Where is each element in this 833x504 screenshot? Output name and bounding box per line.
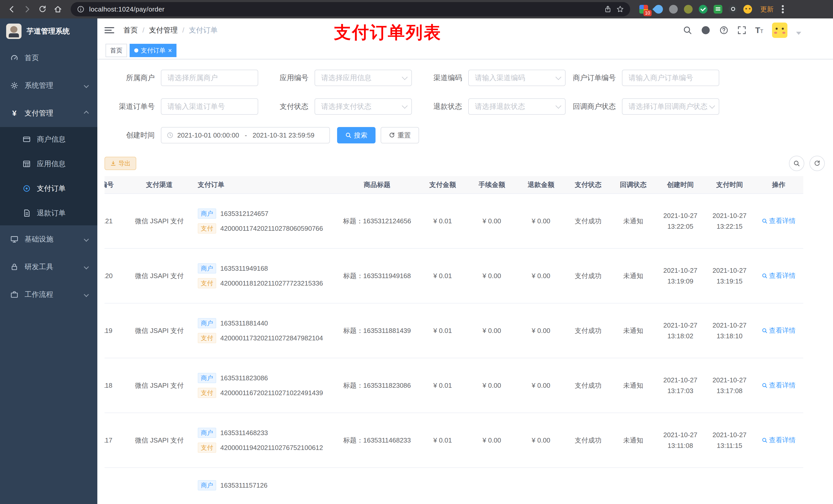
extension-chat-icon[interactable] xyxy=(714,5,722,14)
breadcrumb-home[interactable]: 首页 xyxy=(123,25,138,35)
reload-icon xyxy=(39,5,47,13)
merchant-select[interactable] xyxy=(161,70,258,86)
notify-status-input[interactable] xyxy=(628,102,708,111)
cell-refund: ¥ 0.00 xyxy=(516,194,566,248)
view-detail-link[interactable]: 查看详情 xyxy=(762,271,795,280)
view-detail-link[interactable]: 查看详情 xyxy=(762,436,795,445)
browser-menu-icon[interactable] xyxy=(782,8,784,10)
pay-status-input[interactable] xyxy=(321,102,400,111)
search-icon[interactable] xyxy=(683,26,692,35)
app-id-select[interactable] xyxy=(314,70,412,86)
table-header-row: 编号 支付渠道 支付订单 商品标题 支付金额 手续金额 退款金额 支付状态 回调… xyxy=(104,176,803,194)
cell-pay-time: 2021-10-2713:19:15 xyxy=(705,248,754,303)
help-icon[interactable] xyxy=(719,26,729,35)
extension-olive-icon[interactable] xyxy=(684,5,693,14)
briefcase-icon xyxy=(10,290,19,298)
app-id-select-input[interactable] xyxy=(321,74,400,82)
search-icon xyxy=(762,328,767,333)
browser-forward-button[interactable] xyxy=(21,3,34,16)
extension-gray-icon[interactable] xyxy=(669,5,678,14)
cell-amount: ¥ 0.01 xyxy=(418,358,467,413)
address-bar[interactable]: localhost:1024/pay/order xyxy=(71,2,630,16)
cell-pay-time: 2021-10-2713:17:08 xyxy=(705,358,754,413)
avatar[interactable] xyxy=(772,23,787,38)
cell-title: 标题：1635311468233 xyxy=(336,413,418,467)
view-detail-link[interactable]: 查看详情 xyxy=(762,326,795,335)
reset-button[interactable]: 重置 xyxy=(381,127,419,143)
refund-status-input[interactable] xyxy=(475,102,554,111)
channel-code-input[interactable] xyxy=(475,74,554,82)
date-range-picker[interactable]: 2021-10-01 00:00:00 - 2021-10-31 23:59:5… xyxy=(161,127,330,143)
sidebar-item-system[interactable]: 系统管理 xyxy=(0,72,97,99)
view-detail-link[interactable]: 查看详情 xyxy=(762,216,795,225)
col-channel: 支付渠道 xyxy=(126,176,193,194)
bookmark-star-icon[interactable] xyxy=(616,5,624,13)
cell-title: 标题：1635312124656 xyxy=(336,194,418,248)
browser-update-button[interactable]: 更新 xyxy=(760,5,774,14)
view-detail-label: 查看详情 xyxy=(769,326,795,335)
tab-pay-order[interactable]: 支付订单 xyxy=(129,44,176,57)
cell-refund: ¥ 0.00 xyxy=(516,358,566,413)
date-start-value[interactable]: 2021-10-01 00:00:00 xyxy=(177,131,239,139)
col-id: 编号 xyxy=(104,176,126,194)
cell-pay-order: 商户1635312124657 支付4200001174202110278060… xyxy=(193,194,336,248)
toggle-search-button[interactable] xyxy=(789,156,804,171)
merchant-select-input[interactable] xyxy=(168,74,253,82)
search-icon xyxy=(345,132,352,138)
url-text[interactable]: localhost:1024/pay/order xyxy=(89,5,599,13)
cell-pay-time: 2021-10-2713:11:15 xyxy=(705,413,754,467)
cell-refund: ¥ 0.00 xyxy=(516,248,566,303)
fullscreen-icon[interactable] xyxy=(737,26,746,35)
extension-grid-icon[interactable]: 10 xyxy=(639,5,648,14)
avatar-caret-icon[interactable] xyxy=(796,32,801,35)
export-button[interactable]: 导出 xyxy=(104,157,136,170)
breadcrumb-payment[interactable]: 支付管理 xyxy=(149,25,178,35)
channel-order-no-field[interactable] xyxy=(161,98,258,115)
sidebar-item-app-info[interactable]: 应用信息 xyxy=(0,152,97,176)
site-info-icon[interactable] xyxy=(77,5,85,13)
chevron-up-icon xyxy=(84,111,89,116)
extension-drop-icon[interactable] xyxy=(652,3,665,15)
sidebar-item-merchant-info[interactable]: 商户信息 xyxy=(0,127,97,152)
title-value: 1635311881439 xyxy=(363,327,411,334)
close-icon[interactable] xyxy=(168,47,172,54)
search-button[interactable]: 搜索 xyxy=(337,127,376,143)
sidebar-item-infrastructure[interactable]: 基础设施 xyxy=(0,225,97,253)
sidebar-item-home[interactable]: 首页 xyxy=(0,44,97,72)
tab-home[interactable]: 首页 xyxy=(105,44,127,57)
channel-code-select[interactable] xyxy=(468,70,566,86)
filter-refund-status: 退款状态 xyxy=(412,98,566,115)
sidebar-item-dev-tools[interactable]: 研发工具 xyxy=(0,253,97,281)
extension-face-icon[interactable] xyxy=(743,5,752,14)
home-icon xyxy=(53,5,62,14)
cell-pay-order: 商户1635311949168 支付4200001181202110277723… xyxy=(193,248,336,303)
notify-status-select[interactable] xyxy=(622,98,719,115)
filter-label: 所属商户 xyxy=(104,73,161,83)
share-icon[interactable] xyxy=(604,5,612,13)
cell-pay-status: 支付成功 xyxy=(566,248,611,303)
chevron-down-icon xyxy=(84,264,89,269)
github-icon[interactable] xyxy=(701,25,711,35)
pay-status-select[interactable] xyxy=(314,98,412,115)
extension-pin-icon[interactable] xyxy=(729,5,737,14)
sidebar-item-payment[interactable]: 支付管理 xyxy=(0,99,97,127)
cell-id: 120 xyxy=(104,248,126,303)
browser-back-button[interactable] xyxy=(5,3,19,16)
sidebar-item-pay-order[interactable]: 支付订单 xyxy=(0,176,97,201)
sidebar-logo[interactable]: 芋道管理系统 xyxy=(0,19,97,44)
hamburger-icon[interactable] xyxy=(104,27,114,33)
date-end-value[interactable]: 2021-10-31 23:59:59 xyxy=(253,131,314,139)
refund-status-select[interactable] xyxy=(468,98,566,115)
merchant-order-no-field[interactable] xyxy=(622,70,719,86)
browser-home-button[interactable] xyxy=(51,3,65,16)
font-size-icon[interactable] xyxy=(755,26,763,35)
channel-order-no-input[interactable] xyxy=(168,102,253,111)
merchant-order-no-input[interactable] xyxy=(628,74,714,82)
card-icon xyxy=(23,135,31,143)
refresh-table-button[interactable] xyxy=(809,156,825,171)
view-detail-link[interactable]: 查看详情 xyxy=(762,381,795,390)
sidebar-item-refund-order[interactable]: 退款订单 xyxy=(0,201,97,225)
sidebar-item-workflow[interactable]: 工作流程 xyxy=(0,281,97,308)
browser-reload-button[interactable] xyxy=(36,3,49,16)
extension-check-icon[interactable] xyxy=(699,5,708,14)
